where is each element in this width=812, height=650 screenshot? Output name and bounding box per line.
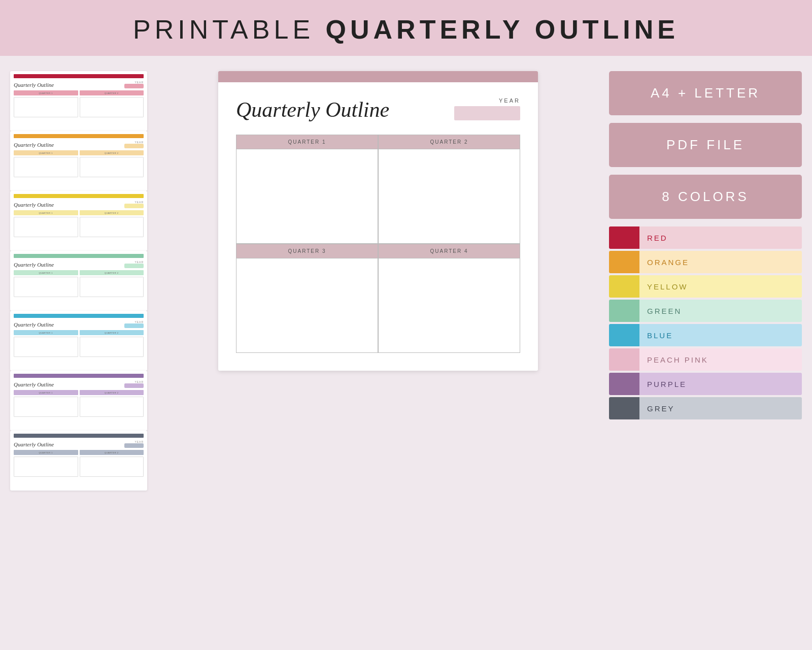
doc-header: Quarterly Outline YEAR [236,98,520,122]
quarter-2: QUARTER 2 [378,135,520,244]
doc-year-label: YEAR [454,98,520,104]
quarter-2-body [379,149,520,243]
doc-title: Quarterly Outline [236,98,389,122]
color-item: YELLOW [609,275,802,298]
color-item: GREY [609,397,802,419]
quarters-top-row: QUARTER 1 QUARTER 2 [236,135,520,244]
quarter-4-body [379,258,520,352]
doc-body: Quarterly Outline YEAR QUARTER 1 QUARTER [218,82,538,371]
color-item: GREEN [609,300,802,322]
thumbnail-item: Quarterly Outline YEAR QUARTER 1 QUARTER… [10,311,147,371]
file-badge: PDF FILE [609,123,802,167]
doc-year-section: YEAR [454,98,520,120]
quarter-2-header: QUARTER 2 [379,135,520,149]
thumbnail-item: Quarterly Outline YEAR QUARTER 1 QUARTER… [10,371,147,431]
doc-top-bar [218,71,538,82]
quarters-bottom-row: QUARTER 3 QUARTER 4 [236,244,520,353]
quarter-1-header: QUARTER 1 [236,135,378,149]
quarter-4-header: QUARTER 4 [379,244,520,258]
color-item: BLUE [609,324,802,346]
quarter-3-body [236,258,378,352]
page-title: PRINTABLE QUARTERLY OUTLINE [10,14,802,45]
quarters-grid: QUARTER 1 QUARTER 2 QUARTER 3 [236,135,520,353]
quarter-4: QUARTER 4 [378,244,520,353]
quarter-3-header: QUARTER 3 [236,244,378,258]
colors-badge: 8 COLORS [609,175,802,219]
thumbnail-item: Quarterly Outline YEAR QUARTER 1 QUARTER… [10,431,147,491]
thumbnail-item: Quarterly Outline YEAR QUARTER 1 QUARTER… [10,191,147,251]
quarter-1-body [236,149,378,243]
quarter-3: QUARTER 3 [236,244,378,353]
title-bold: QUARTERLY OUTLINE [326,15,680,44]
info-column: A4 + LETTER PDF FILE 8 COLORS RED ORANGE… [609,71,802,491]
preview-section: Quarterly Outline YEAR QUARTER 1 QUARTER [156,71,600,491]
document-preview: Quarterly Outline YEAR QUARTER 1 QUARTER [218,71,538,371]
color-list: RED ORANGE YELLOW GREEN BLUE P [609,226,802,421]
color-item: PURPLE [609,373,802,395]
color-item: ORANGE [609,251,802,273]
file-label: PDF FILE [666,137,745,152]
color-item: PEACH PINK [609,348,802,371]
color-item: RED [609,226,802,249]
thumbnail-list: Quarterly Outline YEAR QUARTER 1 QUARTER… [10,71,147,491]
page-header: PRINTABLE QUARTERLY OUTLINE [0,0,812,56]
colors-label: 8 COLORS [662,189,749,204]
title-regular: PRINTABLE [133,15,326,44]
doc-year-box [454,106,520,120]
format-badge: A4 + LETTER [609,71,802,115]
thumbnail-item: Quarterly Outline YEAR QUARTER 1 QUARTER… [10,131,147,191]
format-label: A4 + LETTER [651,85,760,101]
quarter-1: QUARTER 1 [236,135,378,244]
thumbnail-item: Quarterly Outline YEAR QUARTER 1 QUARTER… [10,251,147,311]
thumbnail-item: Quarterly Outline YEAR QUARTER 1 QUARTER… [10,71,147,131]
main-content: Quarterly Outline YEAR QUARTER 1 QUARTER… [0,56,812,506]
